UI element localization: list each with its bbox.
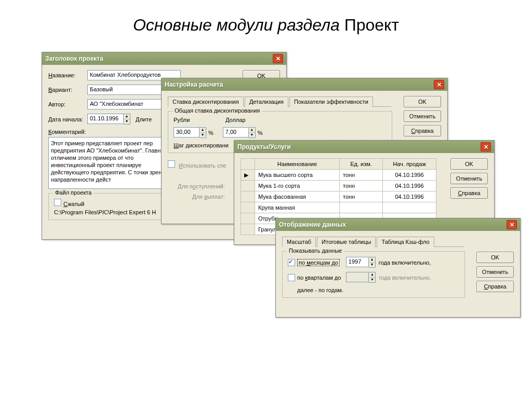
by-quarter-checkbox[interactable] <box>288 274 295 281</box>
titlebar[interactable]: Продукты/Услуги ✕ <box>234 141 494 153</box>
table-row: ▶Мука высшего сортатонн04.10.1996 <box>241 170 436 181</box>
titlebar[interactable]: Настройка расчета ✕ <box>162 78 447 91</box>
usespec-checkbox[interactable] <box>168 160 175 168</box>
rub-spinner[interactable]: 30,00 ▲▼ <box>174 127 206 138</box>
ok-button[interactable]: OK <box>450 158 488 170</box>
dol-spinner[interactable]: 7,00 ▲▼ <box>223 127 256 138</box>
further-label: далее - по годам. <box>297 287 459 293</box>
data-display-window: Отображение данных ✕ OK Отменить Справка… <box>275 218 521 318</box>
rub-label: Рубли <box>174 117 225 123</box>
help-button[interactable]: Справка <box>450 187 488 199</box>
close-icon[interactable]: ✕ <box>273 54 283 63</box>
table-row: Крупа манная <box>241 202 436 213</box>
col-unit[interactable]: Ед. изм. <box>340 159 383 170</box>
close-icon[interactable]: ✕ <box>507 220 517 229</box>
window-title: Настройка расчета <box>165 81 223 88</box>
outflow-label: Для выплат: <box>168 194 228 200</box>
tab-discount-rate[interactable]: Ставка дисконтирования <box>168 97 244 107</box>
by-month-checkbox[interactable] <box>288 259 295 266</box>
tab-detail[interactable]: Детализация <box>245 97 288 107</box>
tab-summary[interactable]: Итоговые таблицы <box>317 237 376 247</box>
by-month-label: по месяцам до <box>297 259 340 266</box>
dol-label: Доллар <box>225 117 277 123</box>
close-icon[interactable]: ✕ <box>434 80 444 89</box>
col-name[interactable]: Наименование <box>255 159 340 170</box>
titlebar[interactable]: Заголовок проекта ✕ <box>42 52 286 65</box>
file-group-label: Файл проекта <box>53 189 94 196</box>
show-data-group: Показывать данные <box>287 248 344 254</box>
help-button[interactable]: Справка <box>476 281 514 292</box>
variant-label: Вариант: <box>48 87 87 93</box>
spin-down-icon[interactable]: ▼ <box>124 119 130 124</box>
tab-scale[interactable]: Масштаб <box>282 237 316 247</box>
spin-up-icon[interactable]: ▲ <box>124 114 130 119</box>
tabs: Ставка дисконтирования Детализация Показ… <box>168 96 391 107</box>
tab-efficiency[interactable]: Показатели эффективности <box>289 97 373 107</box>
duration-label: Длите <box>136 116 152 122</box>
help-button[interactable]: Справка <box>404 125 441 136</box>
date-label: Дата начала: <box>48 116 87 122</box>
cancel-button[interactable]: Отменить <box>450 173 488 184</box>
compressed-checkbox[interactable] <box>54 199 61 206</box>
table-row: Мука фасованнаятонн04.10.1996 <box>241 191 436 202</box>
name-label: ННазвание:азвание: <box>48 72 87 78</box>
author-label: Автор: <box>48 101 87 107</box>
tabs: Масштаб Итоговые таблицы Таблица Кэш-фло <box>282 236 464 247</box>
by-quarter-label: по кварталам до <box>297 275 341 281</box>
tab-cashflow[interactable]: Таблица Кэш-фло <box>377 237 434 247</box>
titlebar[interactable]: Отображение данных ✕ <box>276 218 520 231</box>
year-spinner[interactable]: 1997 ▲▼ <box>346 257 376 268</box>
ok-button[interactable]: OK <box>404 96 441 107</box>
close-icon[interactable]: ✕ <box>481 142 491 152</box>
incl-label: года включительно, <box>379 259 431 266</box>
cancel-button[interactable]: Отменить <box>476 266 514 278</box>
table-row: Мука 1-го сортатонн04.10.1996 <box>241 181 436 191</box>
slide-title: Основные модули раздела Проект <box>0 0 532 45</box>
window-title: Отображение данных <box>279 221 346 228</box>
window-title: Продукты/Услуги <box>237 143 291 150</box>
col-start[interactable]: Нач. продаж <box>383 159 436 170</box>
incl-gray-label: года включительно, <box>379 275 431 281</box>
window-title: Заголовок проекта <box>45 55 103 62</box>
ok-button[interactable]: OK <box>476 252 514 263</box>
date-spinner[interactable]: 01.10.1996 ▲▼ <box>87 114 130 125</box>
discount-group-label: Общая ставка дисконтирования <box>172 107 262 114</box>
quarter-year-spinner[interactable]: ▲▼ <box>346 272 376 283</box>
usespec-label: Использовать спе <box>179 162 226 169</box>
cancel-button[interactable]: Отменить <box>404 111 441 122</box>
inflow-label: Для поступлений: <box>168 183 228 189</box>
